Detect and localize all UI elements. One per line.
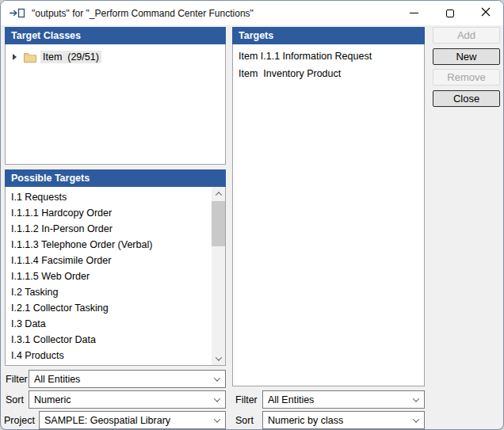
project-select-value: SAMPLE: Geospatial Library [44, 415, 170, 426]
scrollbar-thumb[interactable] [212, 201, 225, 246]
sort-select-right-value: Numeric by class [268, 415, 343, 426]
remove-button[interactable]: Remove [433, 69, 500, 86]
maximize-button[interactable] [432, 1, 468, 25]
add-button[interactable]: Add [433, 27, 500, 44]
target-classes-tree: Item (29/51) [5, 44, 226, 165]
project-select[interactable]: SAMPLE: Geospatial Library [39, 411, 226, 429]
filter-select-right[interactable]: All Entities [262, 390, 425, 409]
sort-select-right[interactable]: Numeric by class [262, 411, 425, 429]
titlebar: "outputs" for "_Perform Command Center F… [1, 1, 503, 25]
list-item[interactable]: I.4 Products [6, 348, 212, 363]
chevron-down-icon [215, 377, 220, 382]
list-item[interactable]: I.1.1.4 Facsimile Order [6, 253, 212, 268]
list-item[interactable]: I.1.1.1 Hardcopy Order [6, 205, 212, 221]
tree-item-label: Item (29/51) [40, 51, 101, 63]
minimize-button[interactable] [396, 1, 432, 25]
targets-list: Item I.1.1 Information Request Item Inve… [232, 44, 425, 386]
filter-select-left[interactable]: All Entities [29, 370, 226, 388]
chevron-down-icon [414, 398, 418, 402]
scroll-up-button[interactable] [212, 187, 225, 200]
filter-select-right-value: All Entities [268, 394, 314, 405]
window-title: "outputs" for "_Perform Command Center F… [32, 8, 254, 19]
chevron-up-icon [215, 192, 221, 198]
list-item[interactable]: I.1.1.5 Web Order [6, 268, 212, 284]
list-item[interactable]: I.3.1 Collector Data [6, 332, 212, 348]
sort-select-left[interactable]: Numeric [29, 390, 226, 409]
chevron-down-icon [215, 354, 221, 360]
dialog-window: "outputs" for "_Perform Command Center F… [0, 0, 504, 430]
tree-item-item-class[interactable]: Item (29/51) [6, 48, 225, 66]
target-classes-header: Target Classes [5, 27, 226, 44]
sort-select-left-value: Numeric [34, 394, 71, 405]
close-window-button[interactable] [468, 1, 503, 25]
sort-label-right: Sort [235, 411, 254, 429]
chevron-down-icon [215, 398, 220, 402]
project-label: Project [4, 411, 35, 429]
list-item[interactable]: I.2 Tasking [6, 284, 212, 300]
filter-label-left: Filter [6, 370, 28, 388]
possible-targets-header: Possible Targets [5, 169, 226, 187]
list-item[interactable]: I.1.1.3 Telephone Order (Verbal) [6, 237, 212, 253]
minimize-icon [410, 13, 418, 13]
scroll-down-button[interactable] [212, 352, 225, 365]
filter-label-right: Filter [235, 390, 258, 409]
close-button[interactable]: Close [433, 90, 500, 107]
list-item[interactable]: I.3 Data [6, 316, 212, 332]
list-item[interactable]: I.2.1 Collector Tasking [6, 300, 212, 316]
filter-select-left-value: All Entities [34, 374, 80, 385]
expand-arrow-icon[interactable] [13, 54, 17, 60]
targets-header: Targets [232, 27, 425, 44]
chevron-down-icon [215, 418, 220, 423]
list-item[interactable]: Item I.1.1 Information Request [233, 48, 424, 65]
sort-label-left: Sort [6, 390, 24, 409]
list-item[interactable]: I.1.1.2 In-Person Order [6, 221, 212, 237]
window-icon [10, 8, 25, 18]
close-icon [481, 7, 491, 19]
new-button[interactable]: New [433, 48, 500, 65]
chevron-down-icon [414, 418, 418, 423]
possible-targets-list: I.1 Requests I.1.1.1 Hardcopy Order I.1.… [5, 187, 226, 366]
maximize-icon [446, 10, 454, 17]
list-item[interactable]: Item Inventory Product [233, 65, 424, 82]
scrollbar[interactable] [212, 187, 225, 365]
folder-icon [24, 52, 36, 63]
list-item[interactable]: I.1 Requests [6, 189, 212, 205]
